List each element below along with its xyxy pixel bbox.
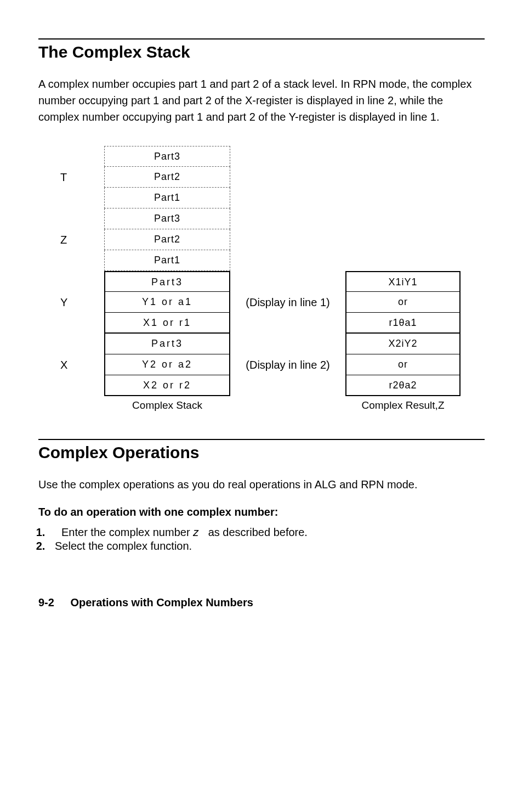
section1-paragraph: A complex number occupies part 1 and par…	[38, 76, 485, 125]
Z-part3: Part3	[104, 208, 230, 229]
X-part1: X2 or r2	[104, 375, 230, 396]
steps-list: Enter the complex number z as described …	[38, 526, 485, 552]
X-result1: r2θa2	[345, 375, 461, 396]
Y-result3: X1iY1	[345, 271, 461, 292]
step1-b: as described before.	[198, 526, 308, 538]
X-result3: X2iY2	[345, 334, 461, 354]
T-part3: Part3	[104, 146, 230, 167]
Y-part3: Part3	[104, 271, 230, 292]
complex-stack-diagram: T Part3 Part2 Part1 Z Part3 Part2 Part1 …	[60, 146, 485, 411]
reg-label-X: X	[60, 359, 104, 371]
T-part1: Part1	[104, 188, 230, 208]
section2-paragraph: Use the complex operations as you do rea…	[38, 476, 485, 493]
stack-caption: Complex Stack	[104, 399, 230, 411]
section2-title: Complex Operations	[38, 443, 485, 462]
X-part3: Part3	[104, 334, 230, 354]
page-number: 9-2	[38, 596, 54, 608]
step2-text: Select the complex function.	[48, 540, 192, 552]
result-caption: Complex Result,Z	[345, 399, 461, 411]
Y-result1: r1θa1	[345, 313, 461, 334]
X-part2: Y2 or a2	[104, 354, 230, 375]
step1-z: z	[193, 526, 198, 538]
reg-label-Z: Z	[60, 234, 104, 246]
step1-a: Enter the complex number	[55, 526, 193, 538]
section1-title: The Complex Stack	[38, 43, 485, 61]
X-result2: or	[345, 354, 461, 375]
section2-subhead: To do an operation with one complex numb…	[38, 506, 485, 518]
footer-title: Operations with Complex Numbers	[70, 596, 253, 608]
step-2: Select the complex function.	[48, 540, 485, 552]
Y-display-note: (Display in line 1)	[230, 296, 345, 309]
Z-part1: Part1	[104, 250, 230, 271]
reg-label-Y: Y	[60, 296, 104, 309]
Y-part2: Y1 or a1	[104, 292, 230, 313]
section-rule-2	[38, 439, 485, 440]
reg-label-T: T	[60, 171, 104, 184]
Y-part1: X1 or r1	[104, 313, 230, 334]
section-rule	[38, 38, 485, 40]
step-1: Enter the complex number z as described …	[48, 526, 485, 539]
Y-result2: or	[345, 292, 461, 313]
page-footer: 9-2 Operations with Complex Numbers	[38, 596, 485, 609]
X-display-note: (Display in line 2)	[230, 359, 345, 371]
T-part2: Part2	[104, 167, 230, 188]
Z-part2: Part2	[104, 229, 230, 250]
